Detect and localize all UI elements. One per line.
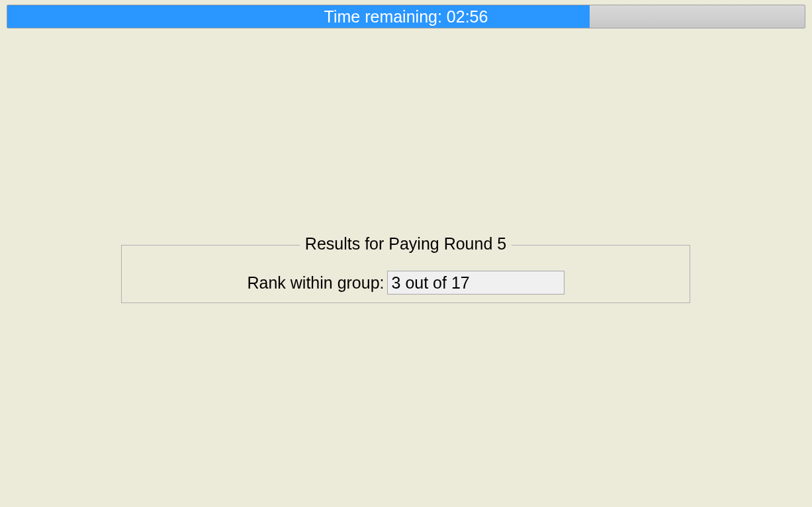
rank-value-box: 3 out of 17 [387,271,564,295]
results-panel: Results for Paying Round 5 Rank within g… [121,245,690,303]
timer-progress-fill [7,5,590,28]
results-title: Results for Paying Round 5 [300,234,512,254]
rank-label: Rank within group: [247,273,384,293]
results-rank-row: Rank within group: 3 out of 17 [122,271,690,295]
timer-progress-bar: Time remaining: 02:56 [7,5,805,28]
rank-value: 3 out of 17 [392,273,470,293]
